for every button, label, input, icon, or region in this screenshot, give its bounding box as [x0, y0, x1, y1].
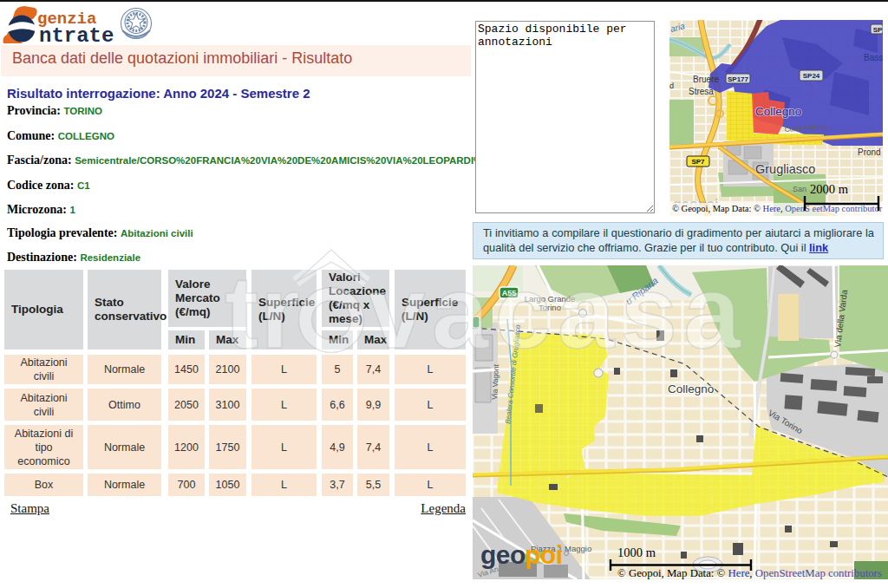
- svg-text:1000 m: 1000 m: [617, 546, 656, 559]
- svg-text:Collegno: Collegno: [755, 105, 801, 118]
- svg-text:San: San: [793, 185, 806, 193]
- svg-text:d: d: [669, 82, 674, 90]
- svg-text:Grugliasco: Grugliasco: [755, 162, 815, 176]
- svg-text:ntrate: ntrate: [39, 24, 114, 46]
- svg-text:A55: A55: [502, 289, 517, 297]
- svg-text:poi: poi: [525, 540, 563, 569]
- svg-text:Collegno: Collegno: [668, 382, 714, 395]
- svg-text:© Geopoi, Map Data: © Here, Op: © Geopoi, Map Data: © Here, OpenStreetMa…: [617, 567, 882, 579]
- svg-text:© Geopoi, Map Data: © Here, Op: © Geopoi, Map Data: © Here, OpenS eetMap…: [672, 204, 883, 213]
- svg-text:2000 m: 2000 m: [810, 182, 849, 196]
- svg-text:Prond: Prond: [858, 147, 881, 157]
- svg-text:Torino: Torino: [539, 303, 561, 312]
- svg-text:Bruere: Bruere: [693, 75, 719, 84]
- svg-text:SP24: SP24: [803, 72, 820, 80]
- svg-text:SP7: SP7: [691, 158, 705, 166]
- svg-text:SP177: SP177: [728, 75, 749, 83]
- svg-text:Stresa: Stresa: [689, 87, 714, 96]
- svg-text:SP: SP: [873, 26, 883, 34]
- svg-text:Bass: Bass: [864, 53, 883, 62]
- svg-text:geo: geo: [480, 540, 526, 569]
